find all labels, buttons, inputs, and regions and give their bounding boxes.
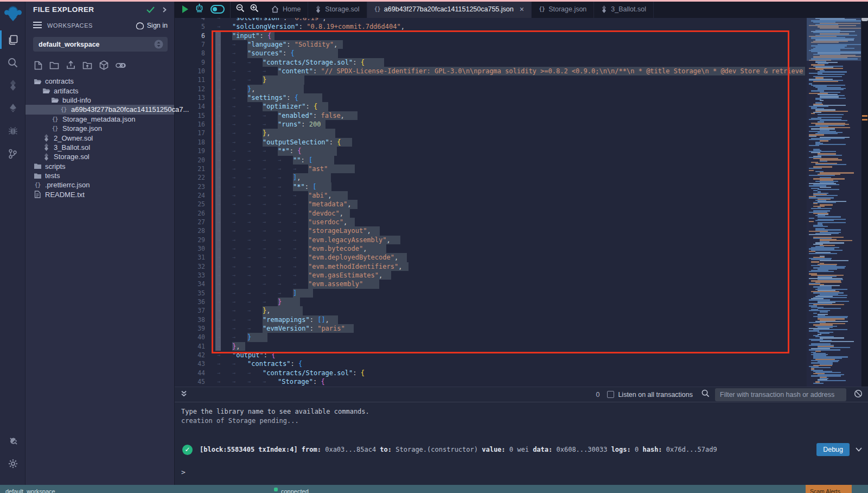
code-line-39[interactable]: 39→→→"evmVersion": "paris" — [175, 324, 805, 333]
sign-in-button[interactable]: Sign in — [136, 22, 168, 29]
code-editor[interactable]: 4→"solcVersion": "0.8.19",5→"solcLongVer… — [175, 18, 868, 387]
tree-item-storage-sol[interactable]: Storage.sol — [25, 152, 174, 161]
code-line-38[interactable]: 38→→→"remappings": [], — [175, 315, 805, 324]
code-line-8[interactable]: 8→→"sources": { — [175, 49, 805, 58]
tab-home[interactable]: Home — [264, 0, 308, 18]
code-line-20[interactable]: 20→→→→→"": [ — [175, 156, 805, 165]
code-line-27[interactable]: 27→→→→→→"userdoc", — [175, 218, 805, 226]
rail-item-remix-logo[interactable] — [0, 0, 25, 28]
code-line-31[interactable]: 31→→→→→→"evm.deployedBytecode", — [175, 253, 805, 262]
rail-item-debugger[interactable] — [0, 119, 25, 142]
chevron-right-icon[interactable] — [161, 7, 168, 13]
code-line-22[interactable]: 22→→→→→], — [175, 173, 805, 182]
terminal-prompt[interactable]: > — [181, 468, 868, 476]
code-line-16[interactable]: 16→→→→"runs": 200 — [175, 120, 805, 129]
code-line-44[interactable]: 44→→→"contracts/Storage.sol": { — [175, 369, 805, 377]
code-line-14[interactable]: 14→→→"optimizer": { — [175, 102, 805, 111]
debug-button[interactable]: Debug — [816, 443, 850, 456]
tree-item-a69b43f277ba20fcac141151250ca7-[interactable]: {}a69b43f277ba20fcac141151250ca7... — [25, 105, 174, 114]
tree-item-storage-json[interactable]: {}Storage.json — [25, 124, 174, 133]
code-line-42[interactable]: 42→"output": { — [175, 351, 805, 359]
code-line-43[interactable]: 43→→"contracts": { — [175, 359, 805, 368]
statusbar-workspace[interactable]: default_workspace — [5, 488, 55, 493]
code-line-41[interactable]: 41→}, — [175, 342, 805, 351]
workspace-select[interactable]: default_workspace — [33, 37, 168, 52]
code-line-10[interactable]: 10→→→→"content": "// SPDX-License-Identi… — [175, 67, 805, 75]
code-line-5[interactable]: 5→"solcLongVersion": "0.8.19+commit.7dd6… — [175, 22, 805, 31]
cube-button[interactable] — [99, 60, 108, 70]
code-line-9[interactable]: 9→→→"contracts/Storage.sol": { — [175, 58, 805, 67]
code-line-15[interactable]: 15→→→→"enabled": false, — [175, 111, 805, 120]
code-line-24[interactable]: 24→→→→→→"abi", — [175, 191, 805, 200]
code-line-4[interactable]: 4→"solcVersion": "0.8.19", — [175, 18, 805, 22]
tab-a69b43f277ba20fcac141151250ca755-json[interactable]: {}a69b43f277ba20fcac141151250ca755.json× — [367, 0, 532, 18]
new-folder-button[interactable] — [49, 61, 59, 69]
tx-filter-input[interactable] — [715, 388, 846, 401]
rail-item-file-explorer[interactable] — [0, 28, 25, 51]
code-line-25[interactable]: 25→→→→→→"metadata", — [175, 200, 805, 208]
code-line-35[interactable]: 35→→→→→] — [175, 289, 805, 298]
tree-item-artifacts[interactable]: artifacts — [25, 86, 174, 95]
tab-3-ballot-sol[interactable]: 3_Ballot.sol — [594, 0, 654, 18]
minimap-viewport[interactable] — [807, 18, 861, 61]
theme-toggle[interactable] — [210, 5, 225, 14]
rail-item-settings[interactable] — [0, 452, 25, 475]
scrollbar-thumb[interactable] — [861, 18, 868, 21]
tree-item-2-owner-sol[interactable]: 2_Owner.sol — [25, 133, 174, 142]
tree-item-readme-txt[interactable]: README.txt — [25, 190, 174, 199]
code-line-33[interactable]: 33→→→→→→"evm.gasEstimates", — [175, 271, 805, 280]
listen-checkbox[interactable] — [607, 391, 614, 398]
code-line-26[interactable]: 26→→→→→→"devdoc", — [175, 209, 805, 218]
rail-item-deploy-run[interactable] — [0, 97, 25, 119]
run-script-button[interactable] — [182, 5, 188, 13]
code-line-45[interactable]: 45→→→→"Storage": { — [175, 377, 805, 386]
tree-item--prettierrc-json[interactable]: {}.prettierrc.json — [25, 180, 174, 189]
expand-terminal-icon[interactable] — [180, 390, 188, 400]
rail-item-solidity-compiler[interactable] — [0, 74, 25, 97]
code-line-13[interactable]: 13→→"settings": { — [175, 93, 805, 102]
code-line-36[interactable]: 36→→→→} — [175, 298, 805, 306]
tab-storage-json[interactable]: {}Storage.json — [532, 0, 594, 18]
code-line-34[interactable]: 34→→→→→→"evm.assembly" — [175, 280, 805, 288]
code-line-12[interactable]: 12→→}, — [175, 85, 805, 93]
code-line-28[interactable]: 28→→→→→→"storageLayout", — [175, 226, 805, 235]
rail-item-git[interactable] — [0, 142, 25, 165]
code-line-6[interactable]: 6→"input": { — [175, 31, 805, 40]
tx-expand-chevron-icon[interactable] — [855, 445, 863, 454]
code-line-30[interactable]: 30→→→→→→"evm.bytecode", — [175, 244, 805, 253]
upload-folder-button[interactable] — [82, 61, 92, 69]
code-line-19[interactable]: 19→→→→"*": { — [175, 147, 805, 155]
tree-item-scripts[interactable]: scripts — [25, 162, 174, 171]
code-line-21[interactable]: 21→→→→→→"ast" — [175, 165, 805, 173]
clear-terminal-icon[interactable] — [854, 389, 863, 400]
code-line-40[interactable]: 40→→} — [175, 333, 805, 342]
tab-storage-sol[interactable]: Storage.sol — [308, 0, 367, 18]
zoom-out-icon[interactable] — [236, 4, 245, 15]
new-file-button[interactable] — [34, 61, 42, 70]
tree-item-tests[interactable]: tests — [25, 171, 174, 180]
code-line-37[interactable]: 37→→→}, — [175, 306, 805, 315]
tree-item-build-info[interactable]: build-info — [25, 96, 174, 105]
solidity-compiler-icon — [9, 80, 17, 91]
code-line-11[interactable]: 11→→→} — [175, 75, 805, 84]
rail-item-plugin-manager[interactable] — [0, 429, 25, 452]
link-button[interactable] — [116, 61, 126, 69]
transaction-entry[interactable]: ✓ [block:5583405 txIndex:4] from: 0xa03.… — [182, 443, 863, 456]
rail-item-search[interactable] — [0, 51, 25, 74]
tree-item-storage-metadata-json[interactable]: {}Storage_metadata.json — [25, 115, 174, 124]
upload-file-button[interactable] — [66, 61, 75, 69]
code-line-29[interactable]: 29→→→→→→"evm.legacyAssembly", — [175, 236, 805, 244]
code-line-23[interactable]: 23→→→→→"*": [ — [175, 182, 805, 191]
tree-item-3-ballot-sol[interactable]: 3_Ballot.sol — [25, 143, 174, 152]
code-line-17[interactable]: 17→→→}, — [175, 129, 805, 137]
code-line-7[interactable]: 7→→"language": "Solidity", — [175, 40, 805, 49]
zoom-in-icon[interactable] — [250, 4, 259, 15]
assistant-robot-icon[interactable] — [195, 3, 204, 15]
minimap[interactable] — [807, 18, 861, 387]
code-line-18[interactable]: 18→→→"outputSelection": { — [175, 138, 805, 147]
scam-alerts-badge[interactable]: Scam Alerts — [806, 485, 852, 493]
code-line-32[interactable]: 32→→→→→→"evm.methodIdentifiers", — [175, 262, 805, 271]
menu-icon[interactable] — [33, 21, 42, 30]
tree-item-contracts[interactable]: contracts — [25, 77, 174, 86]
close-tab-icon[interactable]: × — [520, 5, 524, 14]
